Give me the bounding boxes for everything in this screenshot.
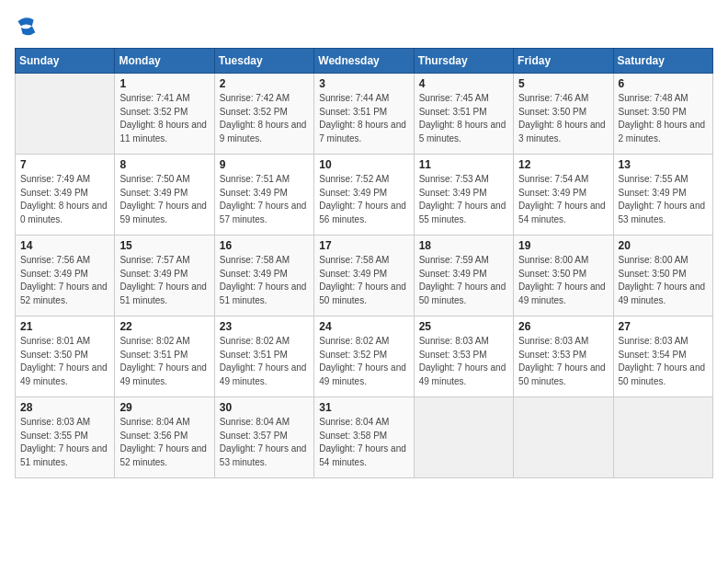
day-info: Sunrise: 8:04 AMSunset: 3:58 PMDaylight:…: [319, 416, 408, 469]
day-info: Sunrise: 7:59 AMSunset: 3:49 PMDaylight:…: [419, 254, 508, 307]
day-cell: 30Sunrise: 8:04 AMSunset: 3:57 PMDayligh…: [214, 397, 313, 478]
day-number: 12: [518, 158, 608, 171]
day-cell: 20Sunrise: 8:00 AMSunset: 3:50 PMDayligh…: [613, 236, 712, 316]
day-cell: 31Sunrise: 8:04 AMSunset: 3:58 PMDayligh…: [314, 397, 414, 478]
day-cell: 6Sunrise: 7:48 AMSunset: 3:50 PMDaylight…: [613, 74, 712, 155]
week-row-5: 28Sunrise: 8:03 AMSunset: 3:55 PMDayligh…: [16, 397, 713, 478]
day-cell: 21Sunrise: 8:01 AMSunset: 3:50 PMDayligh…: [16, 316, 115, 397]
day-info: Sunrise: 8:03 AMSunset: 3:55 PMDaylight:…: [20, 416, 109, 469]
day-info: Sunrise: 8:03 AMSunset: 3:53 PMDaylight:…: [419, 335, 508, 388]
day-info: Sunrise: 7:42 AMSunset: 3:52 PMDaylight:…: [220, 92, 309, 145]
day-number: 5: [518, 77, 608, 90]
day-cell: 12Sunrise: 7:54 AMSunset: 3:49 PMDayligh…: [514, 155, 613, 236]
day-number: 23: [220, 320, 309, 333]
day-number: 9: [220, 158, 309, 171]
day-cell: 19Sunrise: 8:00 AMSunset: 3:50 PMDayligh…: [514, 236, 613, 316]
week-row-2: 7Sunrise: 7:49 AMSunset: 3:49 PMDaylight…: [16, 155, 713, 236]
calendar-table: SundayMondayTuesdayWednesdayThursdayFrid…: [15, 48, 713, 478]
day-cell: 1Sunrise: 7:41 AMSunset: 3:52 PMDaylight…: [115, 74, 214, 155]
day-number: 24: [319, 320, 408, 333]
day-cell: 13Sunrise: 7:55 AMSunset: 3:49 PMDayligh…: [613, 155, 712, 236]
day-number: 1: [119, 77, 209, 90]
day-number: 11: [419, 158, 508, 171]
day-cell: [16, 74, 115, 155]
day-number: 30: [220, 401, 309, 414]
day-cell: 25Sunrise: 8:03 AMSunset: 3:53 PMDayligh…: [414, 316, 513, 397]
day-number: 15: [119, 239, 209, 252]
week-row-3: 14Sunrise: 7:56 AMSunset: 3:49 PMDayligh…: [16, 236, 713, 316]
day-number: 26: [518, 320, 608, 333]
logo-icon: [15, 15, 37, 40]
day-cell: 15Sunrise: 7:57 AMSunset: 3:49 PMDayligh…: [115, 236, 214, 316]
day-cell: 22Sunrise: 8:02 AMSunset: 3:51 PMDayligh…: [115, 316, 214, 397]
day-number: 17: [319, 239, 408, 252]
day-info: Sunrise: 8:00 AMSunset: 3:50 PMDaylight:…: [518, 254, 608, 307]
day-cell: 24Sunrise: 8:02 AMSunset: 3:52 PMDayligh…: [314, 316, 414, 397]
header-monday: Monday: [115, 49, 214, 74]
logo: [15, 15, 40, 40]
day-number: 16: [220, 239, 309, 252]
day-info: Sunrise: 7:45 AMSunset: 3:51 PMDaylight:…: [419, 92, 508, 145]
day-info: Sunrise: 7:44 AMSunset: 3:51 PMDaylight:…: [319, 92, 408, 145]
day-cell: 26Sunrise: 8:03 AMSunset: 3:53 PMDayligh…: [514, 316, 613, 397]
day-number: 13: [619, 158, 708, 171]
day-number: 25: [419, 320, 508, 333]
day-number: 10: [319, 158, 408, 171]
day-cell: 3Sunrise: 7:44 AMSunset: 3:51 PMDaylight…: [314, 74, 414, 155]
day-number: 19: [518, 239, 608, 252]
day-number: 14: [20, 239, 109, 252]
day-number: 8: [119, 158, 209, 171]
header-wednesday: Wednesday: [314, 49, 414, 74]
day-cell: 5Sunrise: 7:46 AMSunset: 3:50 PMDaylight…: [514, 74, 613, 155]
day-info: Sunrise: 7:48 AMSunset: 3:50 PMDaylight:…: [619, 92, 708, 145]
day-number: 22: [119, 320, 209, 333]
day-info: Sunrise: 7:41 AMSunset: 3:52 PMDaylight:…: [119, 92, 209, 145]
day-number: 6: [619, 77, 708, 90]
day-info: Sunrise: 8:04 AMSunset: 3:56 PMDaylight:…: [119, 416, 209, 469]
day-cell: 2Sunrise: 7:42 AMSunset: 3:52 PMDaylight…: [214, 74, 313, 155]
day-info: Sunrise: 7:52 AMSunset: 3:49 PMDaylight:…: [319, 173, 408, 226]
day-number: 3: [319, 77, 408, 90]
day-number: 27: [619, 320, 708, 333]
day-info: Sunrise: 8:02 AMSunset: 3:51 PMDaylight:…: [119, 335, 209, 388]
day-cell: 16Sunrise: 7:58 AMSunset: 3:49 PMDayligh…: [214, 236, 313, 316]
day-cell: 28Sunrise: 8:03 AMSunset: 3:55 PMDayligh…: [16, 397, 115, 478]
day-info: Sunrise: 7:46 AMSunset: 3:50 PMDaylight:…: [518, 92, 608, 145]
day-info: Sunrise: 8:00 AMSunset: 3:50 PMDaylight:…: [619, 254, 708, 307]
day-cell: 9Sunrise: 7:51 AMSunset: 3:49 PMDaylight…: [214, 155, 313, 236]
week-row-4: 21Sunrise: 8:01 AMSunset: 3:50 PMDayligh…: [16, 316, 713, 397]
header-tuesday: Tuesday: [214, 49, 313, 74]
day-info: Sunrise: 7:53 AMSunset: 3:49 PMDaylight:…: [419, 173, 508, 226]
day-cell: 18Sunrise: 7:59 AMSunset: 3:49 PMDayligh…: [414, 236, 513, 316]
day-number: 2: [220, 77, 309, 90]
day-number: 31: [319, 401, 408, 414]
day-info: Sunrise: 7:50 AMSunset: 3:49 PMDaylight:…: [119, 173, 209, 226]
day-number: 29: [119, 401, 209, 414]
day-info: Sunrise: 8:03 AMSunset: 3:53 PMDaylight:…: [518, 335, 608, 388]
day-cell: 4Sunrise: 7:45 AMSunset: 3:51 PMDaylight…: [414, 74, 513, 155]
header-friday: Friday: [514, 49, 613, 74]
day-cell: 7Sunrise: 7:49 AMSunset: 3:49 PMDaylight…: [16, 155, 115, 236]
day-cell: [414, 397, 513, 478]
header-saturday: Saturday: [613, 49, 712, 74]
day-info: Sunrise: 8:01 AMSunset: 3:50 PMDaylight:…: [20, 335, 109, 388]
day-number: 4: [419, 77, 508, 90]
day-number: 7: [20, 158, 109, 171]
day-info: Sunrise: 7:58 AMSunset: 3:49 PMDaylight:…: [319, 254, 408, 307]
day-cell: 23Sunrise: 8:02 AMSunset: 3:51 PMDayligh…: [214, 316, 313, 397]
header: [15, 15, 713, 40]
day-info: Sunrise: 7:54 AMSunset: 3:49 PMDaylight:…: [518, 173, 608, 226]
day-cell: 27Sunrise: 8:03 AMSunset: 3:54 PMDayligh…: [613, 316, 712, 397]
day-info: Sunrise: 7:56 AMSunset: 3:49 PMDaylight:…: [20, 254, 109, 307]
header-sunday: Sunday: [16, 49, 115, 74]
day-cell: [514, 397, 613, 478]
day-info: Sunrise: 8:02 AMSunset: 3:51 PMDaylight:…: [220, 335, 309, 388]
day-number: 20: [619, 239, 708, 252]
day-info: Sunrise: 8:02 AMSunset: 3:52 PMDaylight:…: [319, 335, 408, 388]
day-number: 28: [20, 401, 109, 414]
day-cell: 11Sunrise: 7:53 AMSunset: 3:49 PMDayligh…: [414, 155, 513, 236]
weekday-header-row: SundayMondayTuesdayWednesdayThursdayFrid…: [16, 49, 713, 74]
day-info: Sunrise: 7:49 AMSunset: 3:49 PMDaylight:…: [20, 173, 109, 226]
day-cell: 17Sunrise: 7:58 AMSunset: 3:49 PMDayligh…: [314, 236, 414, 316]
day-cell: 14Sunrise: 7:56 AMSunset: 3:49 PMDayligh…: [16, 236, 115, 316]
